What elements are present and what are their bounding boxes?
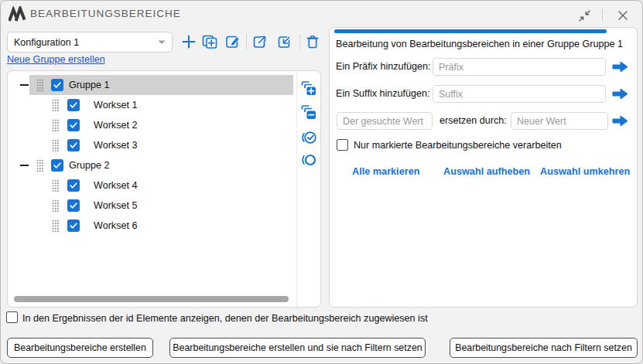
workset-label: Workset 6 <box>94 220 137 231</box>
titlebar: BEARBEITUNGSBEREICHE <box>1 1 642 27</box>
only-marked-label: Nur markierte Bearbeitungsbereiche verar… <box>354 140 562 151</box>
prefix-label: Ein Präfix hinzufügen: <box>336 61 431 72</box>
check-all-button[interactable] <box>299 128 318 147</box>
tree-group-row[interactable]: Gruppe 1 <box>8 75 296 95</box>
uncheck-all-button[interactable] <box>299 151 318 169</box>
chevron-down-icon <box>158 40 166 45</box>
tree-workset-row[interactable]: Workset 5 <box>8 196 296 216</box>
new-group-link[interactable]: Neue Gruppe erstellen <box>7 54 105 65</box>
check-icon <box>53 80 62 90</box>
app-logo-icon <box>9 6 26 22</box>
workset-checkbox[interactable] <box>67 139 80 151</box>
tree-workset-row[interactable]: Workset 4 <box>8 175 296 196</box>
tree-side-toolbar <box>296 71 320 307</box>
arrow-right-icon <box>612 115 628 127</box>
tree-workset-row[interactable]: Workset 2 <box>8 115 296 135</box>
collapse-all-button[interactable] <box>299 103 318 121</box>
create-and-set-by-filters-button[interactable]: Bearbeitungsbereiche erstellen und sie n… <box>169 338 426 358</box>
toolbar-separator <box>246 34 247 49</box>
drag-handle-icon[interactable] <box>52 139 59 151</box>
collapse-expander-icon[interactable] <box>19 84 29 86</box>
collapse-all-minus-icon <box>299 103 318 121</box>
drag-handle-icon[interactable] <box>52 179 59 192</box>
close-icon <box>617 10 628 21</box>
import-configuration-button[interactable] <box>275 32 294 51</box>
check-icon <box>69 141 78 150</box>
panel-accent-bar <box>334 29 607 33</box>
clear-selection-link[interactable]: Auswahl aufheben <box>443 166 530 177</box>
horizontal-scrollbar[interactable] <box>14 296 289 302</box>
only-marked-checkbox[interactable] <box>337 139 348 151</box>
drag-handle-icon[interactable] <box>52 219 59 232</box>
panel-header: Bearbeitung von Bearbeitungsbereichen in… <box>336 39 623 49</box>
expand-all-plus-icon <box>299 79 318 97</box>
workset-label: Workset 1 <box>94 100 137 111</box>
collapse-window-button[interactable] <box>576 8 592 23</box>
workset-checkbox[interactable] <box>67 179 80 192</box>
check-all-icon <box>299 128 318 147</box>
prefix-input[interactable] <box>433 58 606 76</box>
toolbar-separator <box>299 34 300 49</box>
drag-handle-icon[interactable] <box>36 79 43 91</box>
arrow-right-icon <box>612 61 628 73</box>
group-checkbox[interactable] <box>51 79 63 91</box>
trash-icon <box>304 33 321 50</box>
window-title: BEARBEITUNGSBEREICHE <box>30 8 181 19</box>
apply-suffix-button[interactable] <box>611 87 629 100</box>
duplicate-configuration-button[interactable] <box>200 32 219 51</box>
drag-handle-icon[interactable] <box>52 199 59 212</box>
mark-all-link[interactable]: Alle markieren <box>352 166 419 177</box>
workset-checkbox[interactable] <box>67 99 80 111</box>
check-icon <box>69 121 78 130</box>
drag-handle-icon[interactable] <box>52 99 59 111</box>
workset-checkbox[interactable] <box>67 199 80 212</box>
show-ids-label: In den Ergebnissen der id Elemente anzei… <box>22 313 428 324</box>
scrollbar-thumb[interactable] <box>14 296 289 302</box>
suffix-label: Ein Suffix hinzufügen: <box>336 88 430 99</box>
replace-value-input[interactable] <box>511 112 608 130</box>
drag-handle-icon[interactable] <box>52 119 59 131</box>
workset-checkbox[interactable] <box>67 119 80 131</box>
configuration-dropdown[interactable]: Konfiguration 1 <box>7 32 173 53</box>
tree-workset-row[interactable]: Workset 3 <box>8 135 296 155</box>
group-label: Gruppe 1 <box>69 80 110 90</box>
edit-icon <box>224 33 241 50</box>
tree-workset-row[interactable]: Workset 6 <box>8 216 296 236</box>
group-checkbox[interactable] <box>51 159 63 172</box>
export-configuration-button[interactable] <box>251 32 269 51</box>
collapse-window-icon <box>578 9 591 22</box>
workset-tree: Gruppe 1 Workset 1 Workset 2 <box>8 75 296 236</box>
create-worksets-button[interactable]: Bearbeitungsbereiche erstellen <box>7 338 153 358</box>
suffix-input[interactable] <box>433 85 606 103</box>
group-edit-panel: Bearbeitung von Bearbeitungsbereichen in… <box>329 27 638 308</box>
group-label: Gruppe 2 <box>69 160 110 171</box>
arrow-right-icon <box>612 88 628 100</box>
set-by-filters-button[interactable]: Bearbeitungsbereiche nach Filtern setzen <box>450 338 638 358</box>
collapse-expander-icon[interactable] <box>19 165 29 166</box>
workset-label: Workset 5 <box>94 200 137 211</box>
close-button[interactable] <box>615 8 631 23</box>
bearbeitungsbereiche-window: BEARBEITUNGSBEREICHE Konfiguration 1 <box>0 0 643 364</box>
check-icon <box>69 221 78 230</box>
show-ids-checkbox[interactable] <box>6 311 18 323</box>
apply-prefix-button[interactable] <box>611 60 629 73</box>
titlebar-separator <box>602 9 603 21</box>
check-icon <box>69 181 78 190</box>
configuration-dropdown-value: Konfiguration 1 <box>14 37 158 48</box>
drag-handle-icon[interactable] <box>36 159 43 172</box>
tree-workset-row[interactable]: Workset 1 <box>8 95 296 115</box>
edit-configuration-button[interactable] <box>224 32 242 51</box>
expand-all-button[interactable] <box>299 79 318 97</box>
tree-group-row[interactable]: Gruppe 2 <box>8 155 296 175</box>
workset-checkbox[interactable] <box>67 219 80 232</box>
add-configuration-button[interactable] <box>180 32 198 51</box>
add-copy-icon <box>201 33 218 50</box>
search-value-input[interactable] <box>337 112 433 130</box>
workset-tree-panel: Gruppe 1 Workset 1 Workset 2 <box>7 70 321 308</box>
workset-label: Workset 3 <box>94 140 137 151</box>
replace-with-label: ersetzen durch: <box>439 115 507 126</box>
workset-label: Workset 2 <box>94 120 137 131</box>
invert-selection-link[interactable]: Auswahl umkehren <box>540 166 630 177</box>
delete-configuration-button[interactable] <box>303 32 322 51</box>
apply-replace-button[interactable] <box>611 114 629 128</box>
